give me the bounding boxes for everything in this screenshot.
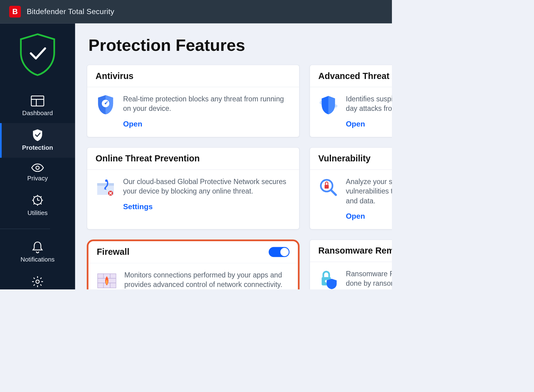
sidebar: Dashboard Protection Privacy Utilities N… [0, 23, 75, 289]
open-link[interactable]: Open [346, 120, 365, 129]
sidebar-item-label: Utilities [28, 209, 48, 216]
card-title: Online Threat Prevention [96, 153, 200, 164]
svg-point-13 [36, 166, 39, 169]
antivirus-shield-icon [96, 95, 115, 115]
settings-link[interactable]: Settings [123, 202, 153, 211]
card-desc: Our cloud-based Global Protective Networ… [123, 177, 291, 197]
svg-rect-10 [31, 96, 44, 106]
ransomware-icon [318, 270, 338, 289]
page-title: Protection Features [88, 36, 392, 55]
sidebar-item-label: Dashboard [22, 109, 53, 116]
card-title: Firewall [97, 247, 130, 257]
gear-icon [31, 275, 44, 288]
open-link[interactable]: Open [123, 120, 142, 129]
phishing-icon [96, 177, 115, 197]
sidebar-item-privacy[interactable]: Privacy [0, 158, 75, 188]
feature-grid: Antivirus Real-time protection blocks an… [87, 65, 392, 289]
card-firewall: Firewall Monitors connections performed … [87, 239, 299, 289]
sidebar-item-protection[interactable]: Protection [0, 123, 75, 158]
card-otp: Online Threat Prevention Our cloud-based… [87, 147, 299, 229]
card-ransomware: Ransomware Remediation Ransomware Remedi… [310, 239, 392, 289]
card-antivirus: Antivirus Real-time protection blocks an… [87, 65, 299, 137]
card-desc: Identifies suspicious behavior and block… [346, 95, 392, 114]
app-logo: B [9, 6, 21, 17]
card-vulnerability: Vulnerability Analyze your system, apps … [310, 147, 392, 229]
card-desc: Real-time protection blocks any threat f… [123, 95, 291, 114]
firewall-icon [97, 271, 117, 289]
svg-line-30 [331, 190, 336, 195]
svg-point-17 [36, 280, 39, 283]
card-desc: Ransomware Remediation reverses any dama… [346, 270, 392, 289]
svg-rect-31 [325, 185, 329, 188]
open-link[interactable]: Open [346, 212, 365, 221]
app-logo-letter: B [12, 7, 18, 16]
eye-icon [31, 164, 44, 172]
atd-shield-icon [318, 95, 338, 115]
sidebar-item-notifications[interactable]: Notifications [0, 235, 75, 270]
content: Protection Features Antivirus Real-time … [75, 23, 392, 289]
sidebar-item-label: Protection [22, 144, 53, 151]
card-title: Vulnerability [318, 153, 371, 164]
gear-clock-icon [31, 194, 44, 207]
titlebar: B Bitdefender Total Security John Doe [0, 0, 392, 23]
nav: Dashboard Protection Privacy Utilities N… [0, 89, 75, 289]
sidebar-item-utilities[interactable]: Utilities [0, 188, 75, 223]
sidebar-item-dashboard[interactable]: Dashboard [0, 89, 75, 123]
card-title: Antivirus [96, 71, 134, 81]
vulnerability-search-icon [318, 177, 338, 197]
svg-point-20 [105, 103, 106, 104]
card-desc: Monitors connections performed by your a… [124, 271, 290, 289]
sidebar-item-label: Privacy [27, 175, 48, 182]
sidebar-item-settings[interactable]: Settings [0, 270, 75, 289]
status-shield-icon [17, 32, 58, 77]
card-title: Advanced Threat Defense [318, 71, 392, 81]
shield-check-icon [32, 129, 43, 141]
svg-rect-24 [97, 183, 114, 186]
sidebar-separator [0, 229, 50, 229]
dashboard-icon [30, 95, 44, 107]
sidebar-item-label: Notifications [21, 256, 55, 263]
card-desc: Analyze your system, apps and network fo… [346, 177, 392, 206]
card-title: Ransomware Remediation [318, 246, 392, 256]
app-title: Bitdefender Total Security [27, 7, 114, 16]
firewall-toggle[interactable] [269, 247, 289, 257]
bell-icon [32, 241, 43, 253]
card-atd: Advanced Threat Defense Identifies suspi… [310, 65, 392, 137]
svg-point-25 [105, 179, 107, 182]
